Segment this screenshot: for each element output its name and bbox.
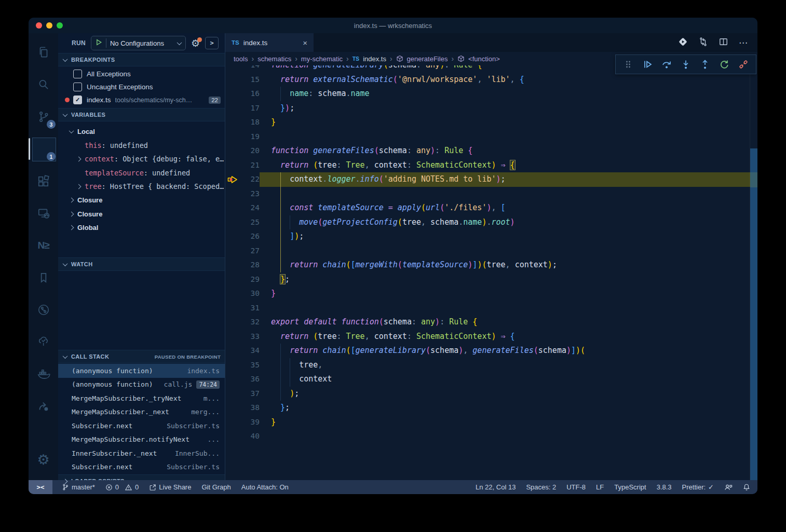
- code-line[interactable]: 24 const templateSource = apply(url('./f…: [225, 201, 757, 215]
- code-text[interactable]: [260, 429, 757, 444]
- breakpoint-gutter[interactable]: [225, 229, 241, 244]
- breakpoint-gutter[interactable]: [225, 272, 241, 287]
- run-debug-icon[interactable]: 1: [29, 133, 58, 165]
- code-text[interactable]: [260, 301, 757, 316]
- breakpoint-item[interactable]: ✓index.tstools/schematics/my-sch…22: [58, 93, 225, 106]
- feedback-icon[interactable]: [724, 483, 733, 491]
- code-text[interactable]: export default function(schema: any): Ru…: [260, 315, 757, 330]
- start-debug-icon[interactable]: [96, 38, 102, 48]
- code-text[interactable]: };: [260, 272, 757, 287]
- git-graph-icon[interactable]: [29, 294, 58, 326]
- code-line[interactable]: 17 });: [225, 101, 757, 116]
- variables-header[interactable]: VARIABLES: [58, 108, 225, 121]
- code-text[interactable]: }: [260, 115, 757, 130]
- settings-gear-icon[interactable]: ⚙: [29, 444, 58, 476]
- breakpoint-gutter[interactable]: [225, 144, 241, 158]
- checkbox[interactable]: [73, 70, 82, 78]
- restart-icon[interactable]: [717, 57, 731, 72]
- breakpoint-gutter[interactable]: [225, 387, 241, 401]
- breakpoint-gutter[interactable]: [225, 65, 241, 73]
- close-tab-icon[interactable]: ×: [303, 38, 307, 47]
- encoding-item[interactable]: UTF-8: [566, 483, 586, 491]
- step-over-icon[interactable]: [659, 57, 674, 72]
- debug-settings-gear[interactable]: ⚙: [191, 38, 200, 48]
- code-text[interactable]: [260, 130, 757, 144]
- nx-console-icon[interactable]: N≥: [29, 229, 58, 262]
- breakpoint-gutter[interactable]: [225, 287, 241, 301]
- code-text[interactable]: move(getProjectConfig(tree, schema.name)…: [260, 215, 757, 230]
- variable-row[interactable]: templateSource: undefined: [58, 166, 225, 180]
- breakpoint-gutter[interactable]: [225, 130, 241, 144]
- stack-frame[interactable]: Subscriber.nextSubscriber.ts: [58, 419, 225, 433]
- debug-console-icon[interactable]: >: [205, 37, 219, 49]
- search-icon[interactable]: [29, 69, 58, 101]
- breakpoint-gutter[interactable]: [225, 358, 241, 373]
- bell-icon[interactable]: [743, 483, 750, 491]
- compare-changes-icon[interactable]: [698, 37, 708, 49]
- breakpoint-gutter[interactable]: [225, 301, 241, 316]
- code-line[interactable]: 20function generateFiles(schema: any): R…: [225, 144, 757, 158]
- stack-frame[interactable]: InnerSubscriber._nextInnerSub...: [58, 446, 225, 460]
- call-stack-header[interactable]: CALL STACKPAUSED ON BREAKPOINT: [58, 350, 225, 363]
- split-editor-icon[interactable]: [719, 37, 728, 49]
- breakpoint-gutter[interactable]: [225, 401, 241, 415]
- stack-frame[interactable]: MergeMapSubscriber.notifyNext...: [58, 433, 225, 447]
- variable-row[interactable]: context: Object {debug: false, en…: [58, 152, 225, 166]
- code-line[interactable]: 21 return (tree: Tree, context: Schemati…: [225, 158, 757, 173]
- breakpoint-gutter[interactable]: [225, 344, 241, 358]
- zoom-window-button[interactable]: [57, 22, 63, 29]
- checkbox[interactable]: ✓: [73, 96, 82, 104]
- scope-closure[interactable]: Closure: [58, 207, 225, 221]
- code-area[interactable]: 14function generateLibrary(schema: any):…: [225, 65, 757, 480]
- breakpoint-gutter[interactable]: [225, 201, 241, 215]
- code-line[interactable]: 31: [225, 301, 757, 316]
- test-explorer-icon[interactable]: [29, 326, 58, 358]
- stack-frame[interactable]: MergeMapSubscriber._nextmerg...: [58, 405, 225, 419]
- variable-row[interactable]: tree: HostTree {_backend: ScopedH…: [58, 180, 225, 194]
- step-out-icon[interactable]: [698, 57, 712, 72]
- code-text[interactable]: [260, 187, 757, 201]
- breakpoint-gutter[interactable]: [225, 315, 241, 330]
- code-line[interactable]: 25 move(getProjectConfig(tree, schema.na…: [225, 215, 757, 230]
- breakpoint-gutter[interactable]: [225, 158, 241, 173]
- code-text[interactable]: }: [260, 415, 757, 430]
- code-text[interactable]: const templateSource = apply(url('./file…: [260, 201, 757, 215]
- code-line[interactable]: 23: [225, 187, 757, 201]
- drag-handle-icon[interactable]: [621, 57, 635, 72]
- breakpoint-item[interactable]: Uncaught Exceptions: [58, 80, 225, 93]
- minimize-window-button[interactable]: [46, 22, 52, 29]
- breakpoint-gutter[interactable]: [225, 372, 241, 387]
- live-share-item[interactable]: Live Share: [149, 483, 191, 491]
- breakpoint-gutter[interactable]: [225, 258, 241, 272]
- scope-closure[interactable]: Closure: [58, 194, 225, 208]
- step-into-icon[interactable]: [679, 57, 693, 72]
- editor-scrollbar[interactable]: [750, 65, 757, 480]
- code-text[interactable]: };: [260, 401, 757, 415]
- code-text[interactable]: return (tree: Tree, context: SchematicCo…: [260, 158, 757, 173]
- docker-icon[interactable]: [29, 358, 58, 390]
- breakpoint-gutter[interactable]: [225, 115, 241, 130]
- breadcrumb-my-schematic[interactable]: my-schematic: [301, 55, 343, 63]
- code-text[interactable]: function generateFiles(schema: any): Rul…: [260, 144, 757, 158]
- code-line[interactable]: 30}: [225, 287, 757, 301]
- code-line[interactable]: 26 ]);: [225, 229, 757, 244]
- breadcrumb-schematics[interactable]: schematics: [258, 55, 291, 63]
- stack-frame[interactable]: Subscriber.nextSubscriber.ts: [58, 460, 225, 474]
- ts-version-item[interactable]: 3.8.3: [657, 483, 672, 491]
- code-text[interactable]: return chain([generateLibrary(schema), g…: [260, 344, 757, 358]
- auto-attach-item[interactable]: Auto Attach: On: [241, 483, 289, 491]
- breadcrumb-symbol[interactable]: generateFiles: [407, 55, 448, 63]
- debug-config-dropdown[interactable]: No Configurations: [91, 36, 186, 50]
- code-text[interactable]: }: [260, 287, 757, 301]
- code-line[interactable]: 15 return externalSchematic('@nrwl/works…: [225, 73, 757, 87]
- breakpoint-gutter[interactable]: [225, 330, 241, 344]
- disconnect-icon[interactable]: [736, 57, 751, 72]
- language-mode-item[interactable]: TypeScript: [614, 483, 646, 491]
- scrollbar-slider[interactable]: [750, 148, 757, 480]
- watch-header[interactable]: WATCH: [58, 257, 225, 271]
- code-line[interactable]: 22 context.logger.info('adding NOTES.md …: [225, 172, 757, 187]
- code-text[interactable]: });: [260, 101, 757, 116]
- breakpoint-gutter[interactable]: [225, 215, 241, 230]
- breakpoint-gutter[interactable]: [225, 244, 241, 258]
- code-text[interactable]: context: [260, 372, 757, 387]
